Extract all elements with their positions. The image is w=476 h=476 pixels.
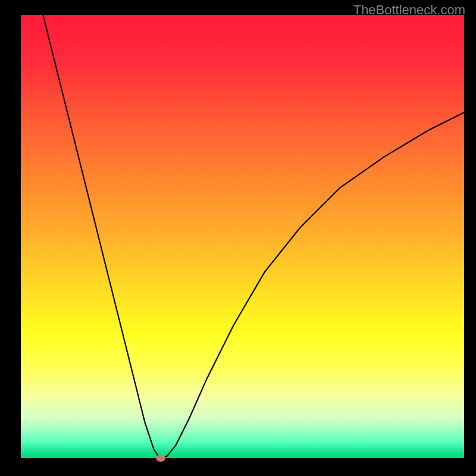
watermark-text: TheBottleneck.com bbox=[353, 2, 465, 18]
plot-area bbox=[21, 15, 464, 458]
bottleneck-curve-path bbox=[43, 15, 464, 458]
curve-svg bbox=[21, 15, 464, 458]
minimum-marker bbox=[156, 455, 165, 462]
